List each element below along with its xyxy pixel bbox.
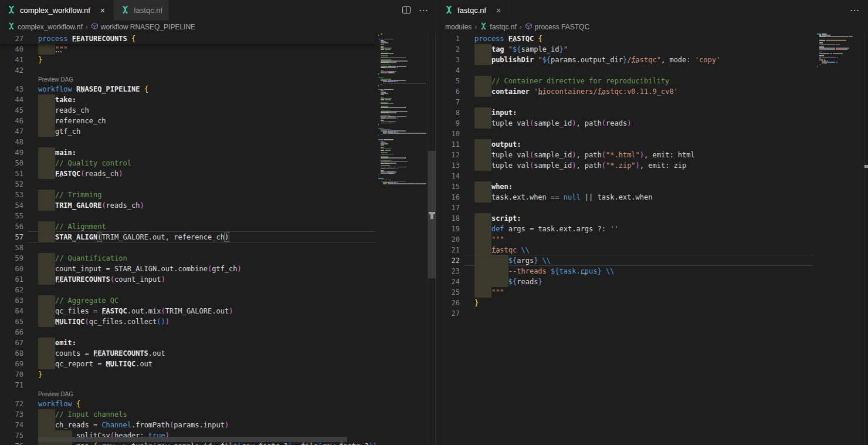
code-line[interactable]: 68 counts = FEATURECOUNTS.out (0, 348, 375, 359)
code-line[interactable]: 15 when: (438, 181, 813, 192)
code-line[interactable]: 51 FASTQC(reads_ch) (0, 168, 375, 179)
code-line[interactable]: 47 gtf_ch (0, 126, 375, 137)
code-line[interactable]: 71 (0, 380, 375, 390)
vertical-scrollbar-left[interactable] (428, 33, 436, 445)
code-line[interactable]: 74 ch_reads = Channel.fromPath(params.in… (0, 420, 375, 430)
split-editor-icon[interactable] (402, 5, 411, 16)
nextflow-file-icon (480, 22, 487, 32)
code-line[interactable]: 24 ${reads} (438, 277, 813, 287)
breadcrumb-file[interactable]: fastqc.nf (480, 22, 516, 32)
code-line[interactable]: 2 tag "${sample_id}" (438, 44, 813, 55)
code-line[interactable]: 10 (438, 129, 813, 139)
code-line[interactable]: 73 // Input channels (0, 409, 375, 420)
code-line[interactable]: 12 tuple val(sample_id), path("*.html"),… (438, 150, 813, 160)
code-line[interactable]: 44 take: (0, 95, 375, 105)
code-line[interactable]: 58 (0, 242, 375, 253)
nextflow-file-icon (7, 5, 16, 16)
editor-right[interactable]: 1process FASTQC {2 tag "${sample_id}"3 p… (438, 33, 868, 445)
code-line[interactable]: 18 script: (438, 213, 813, 224)
code-line[interactable]: 22 ${args} \\ (438, 255, 813, 266)
line-number: 8 (438, 107, 460, 118)
code-line[interactable]: 62 (0, 285, 375, 295)
line-number: 16 (438, 192, 460, 203)
code-line[interactable]: 20 """ (438, 234, 813, 245)
code-line[interactable]: 13 tuple val(sample_id), path("*.zip"), … (438, 160, 813, 171)
code-line[interactable]: 6 container 'biocontainers/fastqc:v0.11.… (438, 86, 813, 97)
code-line[interactable]: 52 (0, 179, 375, 190)
more-actions-icon[interactable]: ⋯ (419, 5, 429, 16)
code-line[interactable]: 72workflow { (0, 399, 375, 409)
close-icon[interactable]: ✕ (98, 6, 107, 15)
code-line[interactable]: 14 (438, 171, 813, 181)
more-actions-icon[interactable]: ⋯ (850, 5, 860, 16)
code-line[interactable]: 64 qc_files = FASTQC.out.mix(TRIM_GALORE… (0, 306, 375, 316)
code-line[interactable]: 63 // Aggregate QC (0, 295, 375, 306)
code-line[interactable]: 56 // Alignment (0, 221, 375, 232)
code-line[interactable]: 69 qc_report = MULTIQC.out (0, 359, 375, 369)
code-area-left[interactable]: 40 """41}42Preview DAG43workflow RNASEQ_… (0, 33, 375, 445)
text-cursor (229, 232, 229, 242)
breadcrumb-file[interactable]: complex_workflow.nf (8, 22, 83, 32)
code-line[interactable]: 8 input: (438, 107, 813, 118)
code-line[interactable]: 26} (438, 298, 813, 308)
code-line[interactable]: 67 emit: (0, 338, 375, 348)
code-line[interactable]: 17 (438, 203, 813, 213)
line-number: 59 (0, 253, 23, 264)
sticky-scroll-line[interactable]: 27process FEATURECOUNTS { (0, 33, 375, 44)
tab-fastqc-left[interactable]: fastqc.nf (114, 0, 169, 21)
line-number: 15 (438, 181, 460, 192)
code-line[interactable]: 25 """ (438, 287, 813, 298)
code-line[interactable]: 55 (0, 211, 375, 221)
scrollbar-drag-handle[interactable] (430, 214, 433, 219)
code-line[interactable]: 16 task.ext.when == null || task.ext.whe… (438, 192, 813, 203)
code-line[interactable]: 65 MULTIQC(qc_files.collect()) (0, 316, 375, 327)
editor-left[interactable]: 40 """41}42Preview DAG43workflow RNASEQ_… (0, 33, 437, 445)
line-number: 1 (438, 33, 460, 44)
code-line[interactable]: 21 fastqc \\ (438, 245, 813, 255)
codelens[interactable]: Preview DAG (0, 390, 375, 399)
code-line[interactable]: 50 // Quality control (0, 158, 375, 168)
code-line[interactable]: 43workflow RNASEQ_PIPELINE { (0, 84, 375, 95)
codelens[interactable]: Preview DAG (0, 76, 375, 84)
code-line[interactable]: 45 reads_ch (0, 105, 375, 116)
code-line[interactable]: 66 (0, 327, 375, 338)
scrollbar-drag-handle[interactable] (864, 165, 868, 168)
code-line[interactable]: 49 main: (0, 147, 375, 158)
code-line[interactable]: 9 tuple val(sample_id), path(reads) (438, 118, 813, 129)
code-line[interactable]: 57 STAR_ALIGN(TRIM_GALORE.out, reference… (0, 232, 375, 242)
code-line[interactable]: 59 // Quantification (0, 253, 375, 264)
code-line[interactable]: 4 (438, 65, 813, 76)
breadcrumb-symbol[interactable]: process FASTQC (525, 22, 589, 32)
minimap-right[interactable] (816, 33, 855, 445)
tab-fastqc-right[interactable]: fastqc.nf ✕ (438, 0, 510, 21)
line-number: 19 (438, 224, 460, 234)
code-line[interactable]: 53 // Trimming (0, 190, 375, 200)
minimap-line (378, 36, 425, 37)
line-number: 25 (438, 287, 460, 298)
tab-complex-workflow[interactable]: complex_workflow.nf ✕ (0, 0, 114, 21)
code-line[interactable]: 46 reference_ch (0, 116, 375, 126)
code-line[interactable]: 60 count_input = STAR_ALIGN.out.combine(… (0, 264, 375, 274)
code-line[interactable]: 11 output: (438, 139, 813, 150)
code-line[interactable]: 19 def args = task.ext.args ?: '' (438, 224, 813, 234)
code-line[interactable]: 3 publishDir "${params.output_dir}/fastq… (438, 55, 813, 65)
breadcrumb-symbol[interactable]: workflow RNASEQ_PIPELINE (91, 22, 195, 32)
code-line[interactable]: 41} (0, 55, 375, 65)
code-line[interactable]: 7 (438, 97, 813, 107)
close-icon[interactable]: ✕ (494, 6, 503, 15)
code-line[interactable]: 61 FEATURECOUNTS(count_input) (0, 274, 375, 285)
code-line[interactable]: 40 """ (0, 44, 375, 55)
code-line[interactable]: 42 (0, 65, 375, 76)
minimap-left[interactable] (377, 33, 426, 445)
horizontal-scrollbar-left[interactable] (38, 437, 347, 442)
code-line[interactable]: 48 (0, 137, 375, 147)
code-line[interactable]: 23 --threads ${task.cpus} \\ (438, 266, 813, 277)
code-line[interactable]: 1process FASTQC { (438, 33, 813, 44)
code-line[interactable]: 5 // Container directive for reproducibi… (438, 76, 813, 86)
code-area-right[interactable]: 1process FASTQC {2 tag "${sample_id}"3 p… (438, 33, 813, 445)
code-line[interactable]: 54 TRIM_GALORE(reads_ch) (0, 200, 375, 211)
line-number: 44 (0, 95, 23, 105)
code-line[interactable]: 70} (0, 369, 375, 380)
code-line[interactable]: 27 (438, 308, 813, 319)
breadcrumb-folder[interactable]: modules (445, 23, 472, 31)
